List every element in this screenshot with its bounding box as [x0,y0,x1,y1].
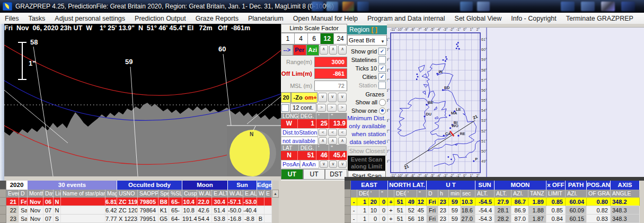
spinner-down-icon[interactable]: ∨ [338,160,347,168]
cell[interactable]: 60.15 [566,215,587,223]
taskbar-icon[interactable] [327,2,338,11]
cell[interactable]: 10.8 [182,206,197,215]
cell[interactable]: 21 [6,198,19,206]
cell[interactable]: 7.77 [105,215,117,223]
cell[interactable]: N [54,198,61,206]
taskbar-icon[interactable] [357,2,369,11]
cell[interactable]: 0 [380,206,388,215]
cell[interactable]: 27.9 [495,198,511,206]
spinner-up-icon[interactable]: ∧ [319,137,327,145]
row-gutter[interactable] [0,198,6,206]
cell[interactable]: G5 [158,215,169,223]
limb-scale-option-4[interactable]: 4 [295,33,308,44]
cell[interactable]: Nov [28,206,43,215]
spinner-down-icon[interactable]: ∨ [328,93,337,102]
menu-item-program-and-data-internal[interactable]: Program and Data internal [363,14,450,23]
table-row[interactable]: 21FriNov06N6.81ZC 119579805B865-10.422.0… [0,198,272,206]
cell[interactable]: 23 [438,206,449,215]
cell[interactable]: 1 [357,215,369,223]
taskbar-icon[interactable] [312,2,323,11]
cell[interactable]: K1 [158,206,169,215]
cell[interactable]: 54.4 [197,215,212,223]
time-mode-ut-0[interactable]: UT [281,169,303,180]
cell[interactable]: Fri [19,198,28,206]
menu-item-adjust-personal-settings[interactable]: Adjust personal settings [50,14,130,23]
offlim-value[interactable]: -861 [314,68,347,79]
cell[interactable]: 10 [369,206,380,215]
table-row[interactable]: 22SatNov07N6.42ZC 120879864K165-10.842.6… [0,206,272,215]
menu-item-tasks[interactable]: Tasks [23,14,50,23]
cell[interactable]: 79864 [138,206,158,215]
cell[interactable]: 52 [406,206,417,215]
taskbar-icon[interactable] [621,2,635,11]
show-closest-button[interactable]: Show Closest [348,146,386,156]
cell[interactable]: Fri [427,206,438,215]
cell[interactable]: 79951 [138,215,158,223]
cell[interactable]: 0 [369,215,380,223]
cell[interactable]: 18 [417,215,427,223]
cell[interactable]: 348.2 [611,198,640,206]
cell[interactable]: Nov [28,198,43,206]
taskbar-icon[interactable] [561,2,575,11]
cell[interactable]: -54.5 [475,198,495,206]
cell[interactable]: 22 [6,206,19,215]
cell[interactable]: 51 [394,215,406,223]
row-gutter[interactable] [0,206,6,215]
cell[interactable]: 45 [417,206,427,215]
limb-scale-option-1[interactable]: 1 [281,33,295,44]
cell[interactable] [264,215,272,223]
cell[interactable]: 0.83 [587,215,611,223]
cell[interactable]: S [54,215,61,223]
cell[interactable]: 79805 [138,198,158,206]
event-scan-along-limit-button[interactable]: Event Scan along Limit [348,156,385,171]
spinner-down-icon[interactable]: ∨ [318,93,327,102]
radio-button[interactable] [379,108,386,114]
cell[interactable]: 0 [380,198,388,206]
cell[interactable]: X 12231 [117,215,138,223]
row-gutter[interactable] [345,206,351,215]
cell[interactable]: 6.81 [105,198,117,206]
cell[interactable]: 12 [417,198,427,206]
spinner-left-icon[interactable]: < [328,129,337,136]
azi-button[interactable]: Azi [306,44,319,56]
range-value[interactable]: 3000 [314,57,347,67]
cell[interactable]: 56 [406,215,417,223]
menu-item-planetarium[interactable]: Planetarium [243,14,288,23]
cell[interactable]: 07 [43,215,54,223]
per-button[interactable]: Per [293,44,306,56]
taskbar-icon[interactable] [477,2,490,11]
cell[interactable]: Fri [427,215,438,223]
cell[interactable]: 51 [394,206,406,215]
cell[interactable]: N [54,206,61,215]
cell[interactable]: -50.0 [228,206,243,215]
cell[interactable]: ZC 1208 [117,206,138,215]
cell[interactable]: - [351,215,357,223]
zoom-level-value[interactable]: 20 [281,92,291,103]
checkbox-box[interactable] [378,56,386,64]
cell[interactable]: 1.88 [528,206,546,215]
limb-scale-option-6[interactable]: 6 [308,33,321,44]
spinner-right-icon[interactable]: > [327,104,336,112]
cell[interactable]: 23 [6,215,19,223]
cell[interactable]: 0.84 [546,215,566,223]
cell[interactable]: Fri [427,198,438,206]
cell[interactable] [61,215,105,223]
spinner-right-icon[interactable]: > [338,104,347,112]
checkbox-box[interactable]: ✓ [378,65,386,72]
scroll-up-icon[interactable]: ▲ [272,190,279,198]
region-dropdown[interactable]: Great Brit ▼ [347,35,387,46]
cell[interactable]: 51.4 [212,206,228,215]
time-mode-ut-1[interactable]: UT [303,169,325,180]
cell[interactable]: -16.8 [228,215,243,223]
cell[interactable]: 0.82 [587,206,611,215]
cell[interactable]: 1 [357,206,369,215]
contacts-button[interactable]: 12 cont. [290,103,316,112]
cell[interactable]: 28.2 [495,215,511,223]
cell[interactable]: 0.80 [587,198,611,206]
cell[interactable] [264,206,272,215]
cell[interactable]: ZC 1195 [117,198,138,206]
spinner-right-icon[interactable]: > [317,104,326,112]
checkbox-row-ticks-10[interactable]: Ticks 10✓ [347,64,386,73]
menu-item-prediction-output[interactable]: Prediction Output [130,14,191,23]
cell[interactable]: 348.3 [611,206,640,215]
